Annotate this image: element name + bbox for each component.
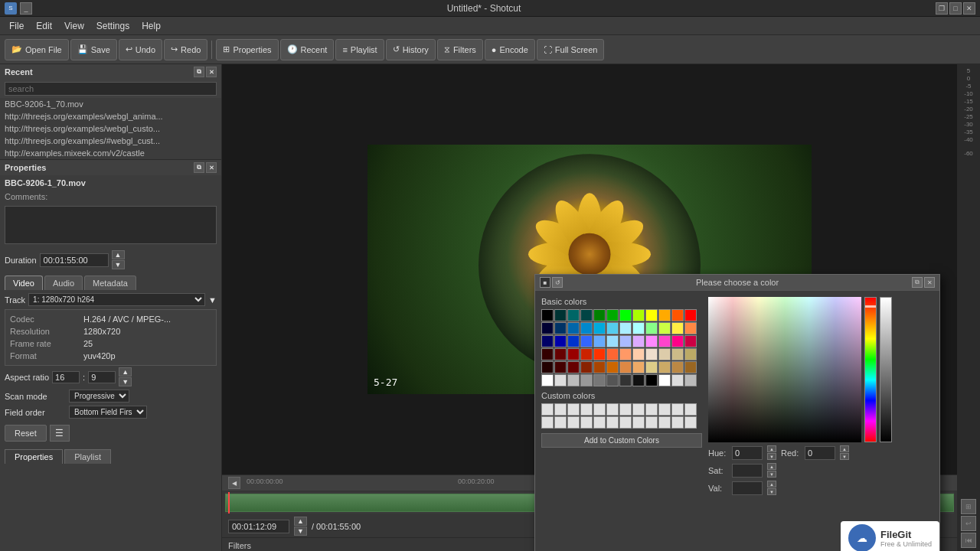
- custom-swatch[interactable]: [619, 416, 632, 429]
- custom-swatch[interactable]: [671, 416, 684, 429]
- tab-metadata[interactable]: Metadata: [84, 276, 136, 290]
- custom-swatch[interactable]: [593, 403, 606, 416]
- color-swatch[interactable]: [567, 309, 580, 321]
- custom-swatch[interactable]: [645, 403, 658, 416]
- custom-swatch[interactable]: [580, 416, 593, 429]
- hue-input[interactable]: [732, 446, 763, 460]
- recent-button[interactable]: 🕐 Recent: [280, 39, 335, 60]
- color-swatch[interactable]: [593, 322, 606, 334]
- close-button[interactable]: ✕: [963, 2, 975, 15]
- color-swatch[interactable]: [554, 374, 567, 386]
- hue-bar[interactable]: [864, 297, 877, 442]
- color-swatch[interactable]: [554, 322, 567, 334]
- brightness-bar[interactable]: [880, 297, 892, 442]
- dialog-close-button[interactable]: ✕: [924, 277, 935, 288]
- search-input[interactable]: [5, 82, 217, 96]
- color-swatch[interactable]: [619, 374, 632, 386]
- aspect-h-decrement[interactable]: ▼: [119, 377, 132, 386]
- current-time-input[interactable]: [228, 520, 289, 533]
- undo-button[interactable]: ↩ Undo: [119, 39, 162, 60]
- custom-swatch[interactable]: [580, 403, 593, 416]
- custom-swatch[interactable]: [554, 416, 567, 429]
- color-swatch[interactable]: [606, 348, 619, 360]
- field-order-select[interactable]: Bottom Field Firs: [69, 406, 147, 419]
- hue-decrement-button[interactable]: ▼: [767, 453, 776, 460]
- color-swatch[interactable]: [606, 361, 619, 373]
- custom-swatch[interactable]: [632, 416, 645, 429]
- comments-box[interactable]: [5, 206, 217, 244]
- red-input[interactable]: [805, 446, 835, 460]
- red-increment-button[interactable]: ▲: [840, 445, 849, 452]
- color-swatch[interactable]: [645, 348, 658, 360]
- color-swatch[interactable]: [658, 361, 671, 373]
- minimize-button[interactable]: _: [20, 2, 32, 15]
- add-custom-colors-button[interactable]: Add to Custom Colors: [541, 433, 702, 448]
- custom-swatch[interactable]: [658, 403, 671, 416]
- color-swatch[interactable]: [567, 348, 580, 360]
- color-swatch[interactable]: [580, 322, 593, 334]
- sat-increment-button[interactable]: ▲: [767, 463, 776, 470]
- aspect-width-input[interactable]: [52, 371, 80, 383]
- color-swatch[interactable]: [580, 335, 593, 347]
- duration-input[interactable]: [40, 253, 109, 267]
- color-swatch[interactable]: [684, 374, 697, 386]
- list-item[interactable]: http://threejs.org/examples/#webgl_cust.…: [0, 135, 221, 147]
- custom-swatch[interactable]: [541, 416, 554, 429]
- color-swatch[interactable]: [593, 361, 606, 373]
- properties-menu-button[interactable]: ☰: [50, 425, 70, 442]
- recent-panel-close-button[interactable]: ✕: [206, 67, 217, 77]
- val-input[interactable]: [732, 481, 763, 495]
- color-swatch[interactable]: [606, 322, 619, 334]
- color-swatch[interactable]: [645, 335, 658, 347]
- color-swatch[interactable]: [606, 309, 619, 321]
- history-button[interactable]: ↺ History: [386, 39, 436, 60]
- color-swatch[interactable]: [593, 335, 606, 347]
- custom-swatch[interactable]: [671, 403, 684, 416]
- color-swatch[interactable]: [645, 374, 658, 386]
- restore-button[interactable]: ❐: [936, 2, 948, 15]
- hue-increment-button[interactable]: ▲: [767, 445, 776, 452]
- color-swatch[interactable]: [671, 348, 684, 360]
- aspect-height-input[interactable]: [88, 371, 116, 383]
- time-increment-button[interactable]: ▲: [294, 517, 307, 526]
- properties-float-button[interactable]: ⧉: [194, 162, 204, 173]
- track-select[interactable]: 1: 980x551 h264: [28, 293, 205, 306]
- bottom-tab-properties[interactable]: Properties: [5, 449, 63, 464]
- redo-button[interactable]: ↪ Redo: [164, 39, 207, 60]
- maximize-button[interactable]: □: [949, 2, 962, 15]
- time-decrement-button[interactable]: ▼: [294, 527, 307, 536]
- color-swatch[interactable]: [671, 374, 684, 386]
- custom-swatch[interactable]: [632, 403, 645, 416]
- tab-video[interactable]: Video: [5, 276, 43, 290]
- color-swatch[interactable]: [632, 361, 645, 373]
- reset-button[interactable]: Reset: [5, 425, 47, 442]
- menu-help[interactable]: Help: [136, 19, 167, 33]
- scan-mode-select[interactable]: Progressive: [69, 390, 129, 403]
- color-swatch[interactable]: [645, 309, 658, 321]
- dialog-float-button[interactable]: ⧉: [912, 277, 923, 288]
- color-swatch[interactable]: [658, 348, 671, 360]
- color-swatch[interactable]: [684, 322, 697, 334]
- color-swatch[interactable]: [619, 348, 632, 360]
- color-swatch[interactable]: [593, 309, 606, 321]
- color-swatch[interactable]: [632, 374, 645, 386]
- tab-audio[interactable]: Audio: [44, 276, 83, 290]
- save-button[interactable]: 💾 Save: [70, 39, 117, 60]
- color-swatch[interactable]: [567, 374, 580, 386]
- color-swatch[interactable]: [580, 361, 593, 373]
- color-swatch[interactable]: [567, 335, 580, 347]
- custom-swatch[interactable]: [567, 403, 580, 416]
- color-swatch[interactable]: [593, 348, 606, 360]
- color-swatch[interactable]: [632, 335, 645, 347]
- meter-button-2[interactable]: ↩: [961, 516, 976, 531]
- custom-swatch[interactable]: [684, 403, 697, 416]
- meter-button-3[interactable]: ⏮: [961, 533, 976, 548]
- val-increment-button[interactable]: ▲: [767, 481, 776, 487]
- val-decrement-button[interactable]: ▼: [767, 488, 776, 495]
- hue-slider[interactable]: [865, 305, 876, 308]
- bottom-tab-playlist[interactable]: Playlist: [64, 449, 111, 464]
- color-swatch[interactable]: [541, 348, 554, 360]
- color-swatch[interactable]: [671, 322, 684, 334]
- duration-decrement-button[interactable]: ▼: [112, 260, 125, 269]
- color-swatch[interactable]: [541, 335, 554, 347]
